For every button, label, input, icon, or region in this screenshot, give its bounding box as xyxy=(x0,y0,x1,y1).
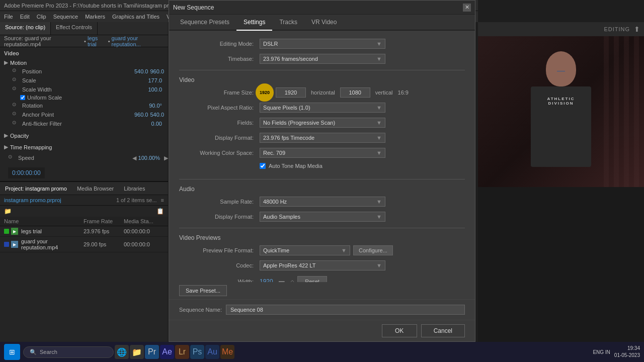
auto-tone-checkbox[interactable] xyxy=(260,163,266,169)
dialog-tab-settings[interactable]: Settings xyxy=(236,15,272,31)
taskbar-explorer-icon[interactable]: 📁 xyxy=(130,345,144,359)
person-glasses: — xyxy=(557,66,565,75)
speed-control-right[interactable]: ▶ xyxy=(164,155,168,161)
tab-source[interactable]: Source: (no clip) xyxy=(0,22,51,35)
display-format-row: Display Format: 23.976 fps Timecode ▼ xyxy=(179,133,465,143)
tab-media-browser[interactable]: Media Browser xyxy=(72,184,119,194)
sample-rate-control: 48000 Hz ▼ xyxy=(260,197,465,207)
display-format-dropdown[interactable]: 23.976 fps Timecode ▼ xyxy=(260,133,385,143)
project-name[interactable]: instagram promo.prproj xyxy=(4,197,61,203)
editing-mode-value: DSLR xyxy=(263,41,278,47)
codec-label: Codec: xyxy=(179,262,260,268)
divider-previews xyxy=(179,228,465,228)
taskbar-start-button[interactable]: ⊞ xyxy=(4,344,20,360)
auto-tone-control: Auto Tone Map Media xyxy=(260,163,323,169)
frame-size-v-input[interactable] xyxy=(340,87,370,98)
source-bar: Source: guard your reputation.mp4 • legs… xyxy=(0,35,168,47)
project-items-count: 1 of 2 items se... xyxy=(116,197,157,203)
save-preset-button[interactable]: Save Preset... xyxy=(179,285,227,296)
tab-libraries[interactable]: Libraries xyxy=(119,184,150,194)
timecode-display: 0:00:00:00 xyxy=(0,162,168,184)
sample-rate-dropdown[interactable]: 48000 Hz ▼ xyxy=(260,197,385,207)
codec-dropdown[interactable]: Apple ProRes 422 LT ▼ xyxy=(260,260,385,270)
working-color-dropdown[interactable]: Rec. 709 ▼ xyxy=(260,148,385,158)
cancel-button[interactable]: Cancel xyxy=(421,324,465,337)
menu-file[interactable]: File xyxy=(4,14,13,20)
taskbar-ae-icon[interactable]: Ae xyxy=(160,345,174,359)
person-body: ATHLETICDIVISION xyxy=(531,86,591,167)
menu-clip[interactable]: Clip xyxy=(37,14,46,20)
prop-speed: ⊙ Speed ◀ 100.00% ▶ xyxy=(0,153,168,162)
sequence-name-input[interactable] xyxy=(226,305,465,315)
time-remapping-header[interactable]: ▶ Time Remapping xyxy=(0,142,168,152)
pixel-aspect-dropdown[interactable]: Square Pixels (1.0) ▼ xyxy=(260,103,385,113)
new-item-icon[interactable]: 📋 xyxy=(156,208,164,215)
preview-file-format-dropdown[interactable]: QuickTime ▼ xyxy=(260,245,350,255)
source-link-guard[interactable]: guard your reputation... xyxy=(112,35,164,47)
prop-rotation: ⊙ Rotation 90.0° xyxy=(4,101,164,110)
uniform-scale-checkbox[interactable] xyxy=(20,95,25,100)
taskbar-chrome-icon[interactable]: 🌐 xyxy=(115,345,129,359)
speed-icon: ⊙ xyxy=(8,154,16,162)
width-value[interactable]: 1920 xyxy=(260,278,273,282)
taskbar-time: 19:34 01-05-2023 xyxy=(614,345,640,359)
taskbar-search-icon: 🔍 xyxy=(30,349,37,355)
preview-file-format-value: QuickTime xyxy=(263,247,289,253)
tab-project[interactable]: Project: instagram promo xyxy=(0,184,72,194)
taskbar-premiere-icon[interactable]: Pr xyxy=(145,345,159,359)
dialog-tab-presets[interactable]: Sequence Presets xyxy=(173,15,236,31)
timebase-dropdown[interactable]: 23.976 frames/second ▼ xyxy=(260,54,385,64)
menu-sequence[interactable]: Sequence xyxy=(53,14,78,20)
taskbar-au-icon[interactable]: Au xyxy=(205,345,219,359)
taskbar-search[interactable]: 🔍 Search xyxy=(23,346,114,358)
taskbar-ps-icon[interactable]: Ps xyxy=(190,345,204,359)
dialog-tab-vr[interactable]: VR Video xyxy=(304,15,344,31)
motion-header[interactable]: ▶ Motion xyxy=(4,59,164,66)
opacity-header[interactable]: ▶ Opacity xyxy=(0,130,168,141)
frame-size-inputs: 1920 horizontal vertical 16:9 xyxy=(260,87,409,98)
export-icon[interactable]: ⬆ xyxy=(634,25,640,33)
video-previews-title: Video Previews xyxy=(179,234,465,241)
video-section-title: Video xyxy=(179,76,465,83)
dialog-titlebar: New Sequence ✕ xyxy=(169,1,475,15)
codec-row: Codec: Apple ProRes 422 LT ▼ xyxy=(179,260,465,270)
file-row-guard[interactable]: ▶ guard your reputation.mp4 29.00 fps 00… xyxy=(0,237,168,252)
dialog-close-button[interactable]: ✕ xyxy=(463,4,471,12)
source-link-legs[interactable]: legs trial xyxy=(88,35,107,47)
frame-size-row: Frame Size: 1920 horizontal vertical 16:… xyxy=(179,87,465,98)
project-panel: Project: instagram promo Media Browser L… xyxy=(0,181,169,362)
frame-size-h-input[interactable] xyxy=(276,87,306,98)
taskbar-media-encoder-icon[interactable]: Me xyxy=(220,345,234,359)
reset-button[interactable]: Reset xyxy=(297,276,327,282)
prop-anti-flicker: ⊙ Anti-flicker Filter 0.00 xyxy=(4,119,164,128)
dialog-tab-tracks[interactable]: Tracks xyxy=(272,15,304,31)
editing-mode-dropdown[interactable]: DSLR ▼ xyxy=(260,39,385,49)
timebase-label: Timebase: xyxy=(179,56,260,62)
tab-effect-controls[interactable]: Effect Controls xyxy=(51,22,98,35)
col-rate: Frame Rate xyxy=(84,218,124,224)
vertical-label: vertical xyxy=(375,89,393,96)
taskbar-lr-icon[interactable]: Lr xyxy=(175,345,189,359)
project-settings-icon[interactable]: ≡ xyxy=(161,197,164,203)
menu-markers[interactable]: Markers xyxy=(85,14,105,20)
link-icon[interactable]: ⌂ xyxy=(290,278,294,282)
sample-rate-arrow: ▼ xyxy=(376,199,382,205)
menu-graphics[interactable]: Graphics and Titles xyxy=(112,14,159,20)
audio-display-format-dropdown[interactable]: Audio Samples ▼ xyxy=(260,212,385,222)
working-color-row: Working Color Space: Rec. 709 ▼ xyxy=(179,148,465,158)
file-row-legs[interactable]: ▶ legs trial 23.976 fps 00:00:00:0 xyxy=(0,226,168,237)
configure-button[interactable]: Configure... xyxy=(353,245,393,255)
video-preview: — ATHLETICDIVISION xyxy=(478,36,644,187)
horizontal-label: horizontal xyxy=(311,89,335,96)
menu-edit[interactable]: Edit xyxy=(20,14,30,20)
opacity-arrow: ▶ xyxy=(4,132,8,139)
time-remap-arrow: ▶ xyxy=(4,144,8,150)
fields-arrow: ▼ xyxy=(376,120,382,126)
dialog-title: New Sequence xyxy=(173,4,214,11)
pixel-aspect-value: Square Pixels (1.0) xyxy=(263,105,310,111)
preview-file-format-row: Preview File Format: QuickTime ▼ Configu… xyxy=(179,245,465,255)
fields-dropdown[interactable]: No Fields (Progressive Scan) ▼ xyxy=(260,118,385,128)
ok-button[interactable]: OK xyxy=(382,324,417,337)
new-bin-icon[interactable]: 📁 xyxy=(4,208,12,215)
speed-control-left[interactable]: ◀ xyxy=(132,155,136,161)
